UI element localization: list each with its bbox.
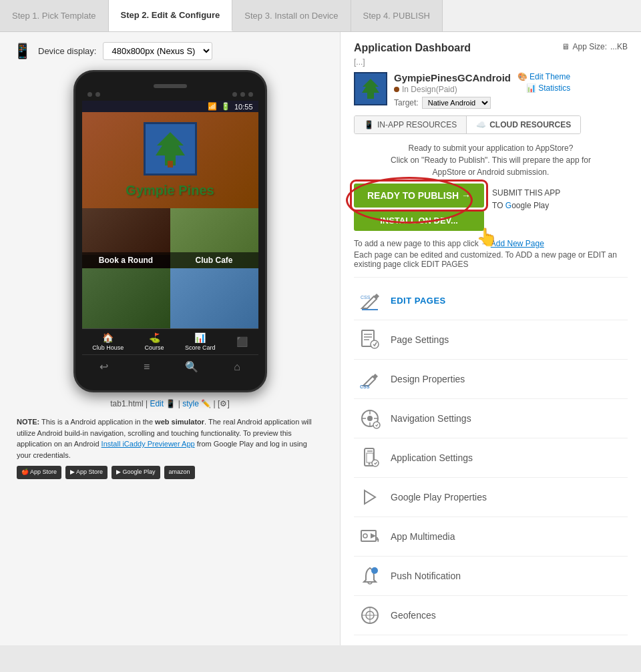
svg-point-27 [363,534,367,538]
edit-theme-label: Edit Theme [529,72,570,81]
menu-item-edit-pages[interactable]: CSS EDIT PAGES [354,281,628,320]
phone-dot-r2 [240,92,245,97]
step1-nav[interactable]: Step 1. Pick Template [0,0,109,31]
cloud-label: CLOUD RESOURCES [489,120,571,129]
bottom-nav-phone: 🏠 Club House ⛳ Course 📊 Score Card ⬛ [82,328,258,354]
app-multimedia-icon [359,526,381,547]
design-properties-icon: CSS [359,368,381,390]
chart-icon: 📊 [526,83,536,93]
main-layout: 📱 Device display: 480x800px (Nexus S) [0,32,641,645]
step4-nav[interactable]: Step 4. PUBLISH [351,0,443,31]
app-size-icon: 🖥 [562,42,570,51]
nav-club-house[interactable]: 🏠 Club House [92,332,124,351]
svg-point-24 [372,460,379,466]
google-play-icon-wrap [357,484,383,510]
step3-nav[interactable]: Step 3. Install on Device [232,0,351,31]
cell-img-bottom1 [82,268,170,328]
add-new-page-link[interactable]: Add New Page [491,239,544,248]
edit-link[interactable]: Edit [150,399,164,408]
appstore-badge1[interactable]: 🍎 App Store [17,466,61,479]
target-select[interactable]: Native Android [422,97,491,109]
publish-line1: Ready to submit your application to AppS… [354,142,628,154]
app-actions: 🎨 Edit Theme 📊 Statistics [517,72,570,93]
submit-label: SUBMIT THIS APP [492,187,560,200]
filename: tab1.html [110,399,143,408]
phone-bottom-bar: ↩ ≡ 🔍 ⌂ [82,354,258,378]
install-on-device-button[interactable]: INSTALL ON DEV... [354,210,484,231]
right-panel: Application Dashboard 🖥 App Size: ...KB … [341,32,641,645]
app-cell-bottom1[interactable] [82,268,170,328]
app-hero: Gympie Pines [82,112,258,208]
menu-item-page-settings[interactable]: Page Settings [354,320,628,360]
app-icon-thumb [354,72,387,105]
app-icon-svg [359,77,383,101]
menu-item-multimedia[interactable]: App Multimedia [354,517,628,557]
publish-buttons-wrap: READY TO PUBLISH → INSTALL ON DEV... 👆 [354,184,484,231]
nav-extra[interactable]: ⬛ [236,336,248,347]
phone-tab-icon: 📱 [364,120,374,129]
step2-nav[interactable]: Step 2. Edit & Configure [109,0,233,31]
home-button[interactable]: ⌂ [234,361,240,373]
svg-text:CSS: CSS [360,384,370,389]
googleplay-badge[interactable]: ▶ Google Play [112,466,160,479]
publish-line2: Click on "Ready to Publish". This will p… [354,154,628,166]
step1-sublabel: Pick Template [42,11,96,21]
multimedia-icon-wrap [357,524,383,549]
left-panel: 📱 Device display: 480x800px (Nexus S) [0,32,341,645]
scorecard-label: Score Card [185,344,216,351]
navigation-settings-label: Navigation Settings [391,413,471,424]
appstore-badge2[interactable]: ▶ App Store [65,466,108,479]
grid-icon: 📊 [194,332,206,343]
step2-label: Step 2. [121,10,150,20]
cloud-resources-tab[interactable]: ☁️ CLOUD RESOURCES [467,116,580,133]
search-button[interactable]: 🔍 [185,360,198,373]
in-app-resources-tab[interactable]: 📱 IN-APP RESOURCES [355,116,467,133]
phone-speaker [154,84,187,88]
status-bar: 📶 🔋 10:55 [82,101,258,112]
menu-item-application[interactable]: Application Settings [354,438,628,478]
amazon-badge[interactable]: amazon [164,466,195,479]
design-icon-wrap: CSS [357,366,383,392]
back-button[interactable]: ↩ [99,360,108,373]
menu-button[interactable]: ≡ [144,361,150,373]
app-cell-book[interactable]: Book a Round [82,208,170,268]
status-dot [394,87,399,92]
svg-point-23 [369,463,371,465]
phone-wrapper: 📶 🔋 10:55 [13,70,327,392]
menu-item-navigation[interactable]: Navigation Settings [354,399,628,438]
statistics-link[interactable]: 📊 Statistics [526,83,570,93]
nav-scorecard[interactable]: 📊 Score Card [185,332,216,351]
status-time: 10:55 [234,103,253,111]
app-cell-bottom2[interactable] [170,268,258,328]
application-icon-wrap [357,445,383,470]
step1-label: Step 1. [12,11,39,21]
file-bar: tab1.html | Edit 📱 | style ✏️ | [⚙] [13,399,327,408]
statistics-label: Statistics [538,83,570,93]
divider [354,277,628,278]
resource-tabs: 📱 IN-APP RESOURCES ☁️ CLOUD RESOURCES [354,115,581,134]
google-play-icon [359,486,381,508]
app-cell-cafe[interactable]: Club Cafe [170,208,258,268]
menu-item-google-play[interactable]: Google Play Properties [354,478,628,517]
push-notification-label: Push Notification [391,571,461,581]
page-settings-icon-wrap [357,327,383,352]
menu-item-design[interactable]: CSS Design Properties [354,360,628,399]
geofences-label: Geofences [391,610,436,621]
store-badges: 🍎 App Store ▶ App Store ▶ Google Play am… [17,466,323,479]
menu-item-geofences[interactable]: Geofences [354,596,628,635]
icaddy-link[interactable]: Install iCaddy Previewer App [101,440,195,448]
style-link[interactable]: style [182,399,199,408]
page-settings-icon [359,329,381,350]
step3-label: Step 3. [244,11,272,21]
ready-to-publish-button[interactable]: READY TO PUBLISH → [354,184,484,208]
step3-sublabel: Install on Device [274,11,338,21]
svg-rect-2 [168,161,173,167]
device-select[interactable]: 480x800px (Nexus S) [103,42,212,60]
app-multimedia-label: App Multimedia [391,531,455,542]
cloud-tab-icon: ☁️ [476,120,486,129]
menu-list: CSS EDIT PAGES Page Sett [354,281,628,635]
nav-course[interactable]: ⛳ Course [145,332,164,351]
menu-item-push[interactable]: Push Notification [354,557,628,596]
device-icon: 📱 [13,43,31,60]
edit-theme-link[interactable]: 🎨 Edit Theme [517,72,570,81]
